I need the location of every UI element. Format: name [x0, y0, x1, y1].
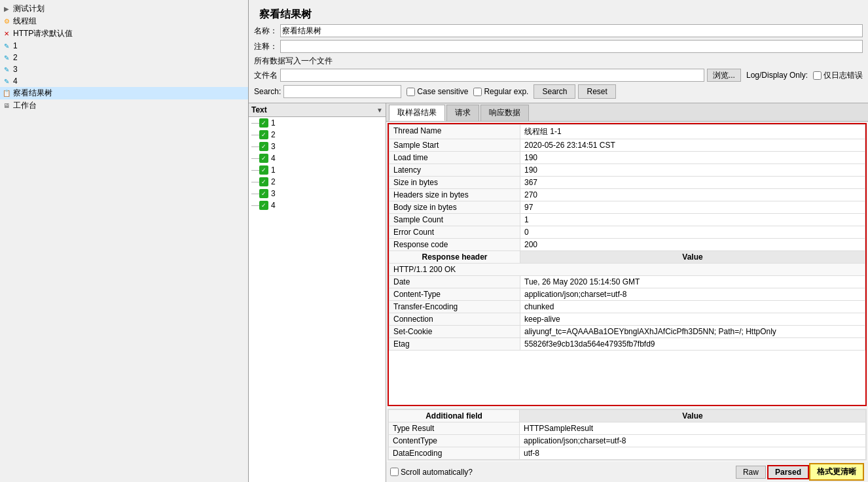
- header-section: 察看结果树 名称： 注释： 所有数据写入一个文件 文件名 浏览... Log/D…: [249, 0, 868, 103]
- sidebar-item-sampler-1[interactable]: ✎ 1: [0, 40, 248, 52]
- tree-node-1b[interactable]: — ✓ 1: [249, 164, 386, 176]
- case-sensitive-checkbox[interactable]: [407, 88, 415, 96]
- table-row: Body size in bytes97: [389, 201, 865, 214]
- table-row: Set-Cookiealiyungf_tc=AQAAABa1OEYbnglAXh…: [389, 326, 865, 338]
- table-row: Latency190: [389, 164, 865, 177]
- value-section: Value: [520, 251, 865, 264]
- parsed-button[interactable]: Parsed: [767, 465, 809, 479]
- table-row: Load time190: [389, 152, 865, 164]
- table-row: Type ResultHTTPSampleResult: [389, 422, 866, 435]
- tree-node-3a[interactable]: — ✓ 3: [249, 141, 386, 152]
- search-button[interactable]: Search: [533, 84, 575, 99]
- table-row: Transfer-Encodingchunked: [389, 301, 865, 313]
- regex-label[interactable]: Regular exp.: [473, 87, 528, 96]
- right-panel: 察看结果树 名称： 注释： 所有数据写入一个文件 文件名 浏览... Log/D…: [249, 0, 868, 482]
- tree-node-2b[interactable]: — ✓ 2: [249, 176, 386, 188]
- sidebar-item-sampler-4[interactable]: ✎ 4: [0, 75, 248, 87]
- file-section-title: 所有数据写入一个文件: [254, 56, 863, 67]
- data-section: Thread Name线程组 1-1Sample Start2020-05-26…: [388, 123, 867, 406]
- http-status: HTTP/1.1 200 OK: [389, 264, 865, 276]
- details-panel: 取样器结果 请求 响应数据 Thread Name线程组 1-1Sample S…: [386, 103, 868, 482]
- case-sensitive-label[interactable]: Case sensitive: [407, 87, 468, 96]
- sampler-4-icon: ✎: [1, 76, 12, 86]
- file-row: 文件名 浏览... Log/Display Only: 仅日志错误: [254, 69, 863, 82]
- tab-response-data[interactable]: 响应数据: [480, 105, 529, 121]
- table-row: Sample Start2020-05-26 23:14:51 CST: [389, 139, 865, 152]
- file-label: 文件名: [254, 70, 278, 81]
- check-icon-1a: ✓: [259, 118, 268, 128]
- table-row: Size in bytes367: [389, 177, 865, 189]
- footer-row: Scroll automatically? Raw Parsed 格式更清晰: [386, 462, 868, 482]
- check-icon-2a: ✓: [259, 130, 268, 139]
- table-row: Connectionkeep-alive: [389, 313, 865, 326]
- http-defaults-icon: ✕: [1, 29, 12, 39]
- sampler-2-icon: ✎: [1, 52, 12, 63]
- tree-node-4a[interactable]: — ✓ 4: [249, 152, 386, 164]
- log-only-checkbox[interactable]: [813, 71, 822, 80]
- sampler-4-label: 4: [13, 77, 18, 86]
- regex-checkbox[interactable]: [473, 88, 482, 96]
- file-input[interactable]: [280, 69, 704, 82]
- sampler-2-label: 2: [13, 53, 18, 62]
- scroll-automatically-label[interactable]: Scroll automatically?: [390, 468, 473, 477]
- check-icon-4a: ✓: [259, 154, 268, 163]
- content-area: Text ▼ — ✓ 1 — ✓ 2 — ✓ 3 — ✓ 4: [249, 103, 868, 482]
- comment-input[interactable]: [280, 40, 863, 53]
- reset-button[interactable]: Reset: [578, 84, 615, 99]
- name-row: 名称：: [254, 24, 863, 37]
- check-icon-4b: ✓: [259, 201, 268, 210]
- table-row: Error Count0: [389, 226, 865, 239]
- tab-sampler-result[interactable]: 取样器结果: [389, 105, 445, 121]
- browse-button[interactable]: 浏览...: [707, 69, 741, 82]
- test-plan-icon: ▶: [1, 4, 12, 14]
- format-button[interactable]: 格式更清晰: [809, 463, 864, 481]
- comment-label: 注释：: [254, 41, 280, 52]
- name-input[interactable]: [280, 24, 863, 37]
- name-label: 名称：: [254, 26, 280, 37]
- sidebar-item-http-defaults[interactable]: ✕ HTTP请求默认值: [0, 27, 248, 40]
- check-icon-3a: ✓: [259, 142, 268, 151]
- check-icon-1b: ✓: [259, 165, 268, 175]
- result-tree-icon: 📋: [1, 88, 12, 99]
- sidebar-item-sampler-2[interactable]: ✎ 2: [0, 52, 248, 63]
- log-display-row: Log/Display Only: 仅日志错误: [746, 70, 863, 81]
- sidebar-item-thread-group[interactable]: ⚙ 线程组: [0, 15, 248, 27]
- sidebar-item-sampler-3[interactable]: ✎ 3: [0, 63, 248, 75]
- test-plan-label: 测试计划: [13, 3, 45, 14]
- log-only-label[interactable]: 仅日志错误: [813, 70, 863, 81]
- sampler-1-icon: ✎: [1, 41, 12, 51]
- raw-button[interactable]: Raw: [736, 466, 766, 479]
- scroll-checkbox[interactable]: [390, 468, 399, 476]
- page-title: 察看结果树: [254, 4, 863, 24]
- table-row: Response code200: [389, 239, 865, 251]
- search-row: Search: Case sensitive Regular exp. Sear…: [254, 84, 863, 99]
- tree-node-3b[interactable]: — ✓ 3: [249, 188, 386, 199]
- tabs-row: 取样器结果 请求 响应数据: [386, 103, 868, 122]
- tree-header: Text ▼: [249, 103, 386, 117]
- workbench-icon: 🖥: [1, 101, 12, 111]
- left-panel: ▶ 测试计划 ⚙ 线程组 ✕ HTTP请求默认值 ✎ 1 ✎ 2 ✎ 3 ✎ 4…: [0, 0, 249, 482]
- table-row: ContentTypeapplication/json;charset=utf-…: [389, 435, 866, 447]
- sampler-3-icon: ✎: [1, 64, 12, 75]
- tree-header-text: Text: [251, 105, 376, 114]
- tree-node-1a[interactable]: — ✓ 1: [249, 117, 386, 129]
- response-header-section: Response header: [389, 251, 520, 264]
- table-row: Sample Count1: [389, 214, 865, 226]
- tree-node-2a[interactable]: — ✓ 2: [249, 129, 386, 141]
- sidebar-item-result-tree[interactable]: 📋 察看结果树: [0, 87, 248, 99]
- table-row: Content-Typeapplication/json;charset=utf…: [389, 288, 865, 301]
- sampler-3-label: 3: [13, 65, 18, 74]
- sampler-1-label: 1: [13, 41, 18, 50]
- search-input[interactable]: [283, 85, 401, 98]
- http-defaults-label: HTTP请求默认值: [13, 28, 73, 39]
- sidebar-item-workbench[interactable]: 🖥 工作台: [0, 99, 248, 112]
- sidebar-item-test-plan[interactable]: ▶ 测试计划: [0, 3, 248, 15]
- check-icon-2b: ✓: [259, 177, 268, 186]
- dropdown-arrow-icon[interactable]: ▼: [376, 107, 383, 114]
- thread-group-label: 线程组: [13, 16, 37, 27]
- comment-row: 注释：: [254, 40, 863, 53]
- check-icon-3b: ✓: [259, 189, 268, 198]
- tab-request[interactable]: 请求: [446, 105, 479, 121]
- tree-node-4b[interactable]: — ✓ 4: [249, 199, 386, 211]
- table-row: Etag55826f3e9cb13da564e47935fb7fbfd9: [389, 338, 865, 351]
